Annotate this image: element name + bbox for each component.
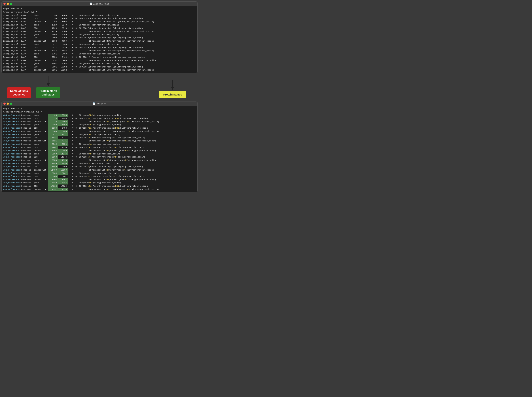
close-button-bottom[interactable] <box>3 103 6 105</box>
table-row: WSN_reference2Geneiousgene282898. + . ID… <box>3 114 196 117</box>
table-row: WSN_reference2GeneiousCDS282898. + 0 ID=… <box>3 117 196 120</box>
table-row: WSN_reference2GeneiousCDS985011346. + 0 … <box>3 155 196 159</box>
table-row: Example1_refLAVACDS50176636. + 0 ID=CDS:… <box>3 46 196 49</box>
top-window: 📄 Example1_ref.gff ##gff-version 3 ##sou… <box>1 1 198 73</box>
table-row: Example1_refLAVAgene67518469. + . ID=gen… <box>3 52 196 56</box>
table-row: Example1_refLAVAgene36984759. + . ID=gen… <box>3 33 196 36</box>
table-row: Example1_refLAVACDS17293540. + 0 ID=CDS:… <box>3 27 196 30</box>
table-row: Example1_refLAVAtranscript50176636. + . … <box>3 49 196 52</box>
table-row: WSN_reference2GeneiousCDS1148912850. + 0… <box>3 165 196 168</box>
protein-starts-label: Protein startsand stops <box>36 87 60 98</box>
maximize-button-bottom[interactable] <box>10 103 12 105</box>
maximize-button[interactable] <box>10 3 12 5</box>
close-button[interactable] <box>3 3 6 5</box>
minimize-button-bottom[interactable] <box>7 103 9 105</box>
bottom-window-title: 📄 new_gff.txt <box>93 102 106 105</box>
middle-section: Name of fastasequence Protein startsand … <box>0 74 199 100</box>
table-row: WSN_reference2Geneioustranscript31805453… <box>3 130 196 133</box>
table-row: Example1_refLAVAgene17293540. + . ID=gen… <box>3 23 196 27</box>
table-row: WSN_reference2Geneioustranscript98501134… <box>3 159 196 162</box>
table-row: WSN_reference2Geneioustranscript13004137… <box>3 178 196 181</box>
table-row: WSN_reference2Geneioustranscript11489128… <box>3 168 196 172</box>
comment-line-1: ##gff-version 3 <box>3 7 196 11</box>
table-row: Example1_refLAVAgene50176636. + . ID=gen… <box>3 43 196 46</box>
table-row: WSN_reference2Geneioustranscript282898. … <box>3 120 196 123</box>
protein-names-label: Protein names <box>159 91 186 98</box>
table-row: Example1_refLAVACDS561603. + 0 ID=CDS:N;… <box>3 17 196 20</box>
table-row: WSN_reference2Geneiousgene79629659. + . … <box>3 143 196 146</box>
table-row: Example1_refLAVAtranscript17293540. + . … <box>3 30 196 33</box>
table-row: WSN_reference2GeneiousCDS1413214824. + 0… <box>3 185 196 188</box>
table-row: WSN_reference2Geneiousgene1148912850. + … <box>3 162 196 165</box>
table-row: Example1_refLAVAgene859115292. + . ID=ge… <box>3 62 196 65</box>
bottom-window: 📄 new_gff.txt ##gff-version 3 ##source-v… <box>1 101 198 192</box>
table-row: WSN_reference2GeneiousCDS1300413762. + 0… <box>3 175 196 178</box>
table-row: WSN_reference2Geneiousgene1413214824. + … <box>3 181 196 185</box>
traffic-lights-top <box>3 3 12 5</box>
table-row: WSN_reference2Geneioustranscript79629659… <box>3 149 196 152</box>
comment-line-2: ##source-version LAVA 9.1.7 <box>3 11 196 14</box>
table-row: Example1_refLAVAtranscript36984759. + . … <box>3 39 196 43</box>
table-row: WSN_reference2GeneiousCDS31805453. + 0 I… <box>3 126 196 130</box>
table-row: Example1_refLAVAtranscript67518469. + . … <box>3 59 196 62</box>
bottom-window-content: ##gff-version 3 ##source-version Geneiou… <box>2 106 197 192</box>
table-row: WSN_reference2Geneiousgene56217771. + . … <box>3 133 196 136</box>
bottom-comment-1: ##gff-version 3 <box>3 107 196 110</box>
table-row: Example1_refLAVACDS859115292. + 0 ID=CDS… <box>3 65 196 68</box>
top-window-title: 📄 Example1_ref.gff <box>90 3 109 5</box>
table-row: WSN_reference2Geneioustranscript14132148… <box>3 188 196 191</box>
table-row: Example1_refLAVAgene561603. + . ID=gene:… <box>3 14 196 17</box>
table-row: WSN_reference2Geneiousgene1300413762. + … <box>3 172 196 175</box>
fasta-name-label: Name of fastasequence <box>7 87 31 98</box>
top-title-bar: 📄 Example1_ref.gff <box>2 2 197 6</box>
table-row: Example1_refLAVAtranscript859115292. + .… <box>3 68 196 72</box>
table-row: Example1_refLAVACDS36984759. + 0 ID=CDS:… <box>3 36 196 39</box>
table-row: WSN_reference2GeneiousCDS79629659. + 0 I… <box>3 146 196 149</box>
top-window-content: ##gff-version 3 ##source-version LAVA 9.… <box>2 6 197 73</box>
table-row: WSN_reference2Geneiousgene31805453. + . … <box>3 123 196 126</box>
table-row: WSN_reference2Geneioustranscript56217771… <box>3 139 196 143</box>
minimize-button[interactable] <box>7 3 9 5</box>
table-row: WSN_reference2GeneiousCDS56217771. + 0 I… <box>3 136 196 139</box>
table-row: Example1_refLAVAtranscript561603. + . ID… <box>3 20 196 23</box>
bottom-title-bar: 📄 new_gff.txt <box>2 101 197 106</box>
table-row: Example1_refLAVACDS67518469. + 0 ID=CDS:… <box>3 56 196 59</box>
traffic-lights-bottom <box>3 103 12 105</box>
bottom-comment-2: ##source-version Geneious 9.1.7 <box>3 110 196 114</box>
table-row: WSN_reference2Geneiousgene985011346. + .… <box>3 152 196 155</box>
